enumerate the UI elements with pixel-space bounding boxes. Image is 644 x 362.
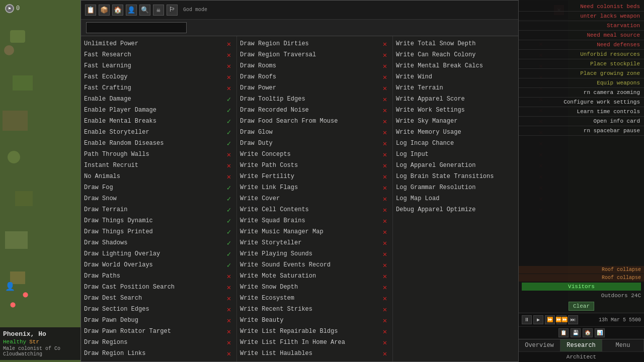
debug-item-toggle[interactable]: ✕ <box>224 272 233 281</box>
debug-item-toggle[interactable]: ✕ <box>380 139 389 148</box>
alert-item[interactable]: Need meal source <box>519 31 644 40</box>
fast-btn[interactable]: ⏩ <box>545 315 555 324</box>
debug-item-row[interactable]: Draw World Overlays✓ <box>81 259 236 270</box>
debug-item-row[interactable]: Draw Pawn Rotator Target✕ <box>81 326 236 337</box>
debug-item-toggle[interactable]: ✕ <box>380 327 389 336</box>
debug-item-row[interactable]: Write Link Flags✕ <box>237 182 392 193</box>
debug-item-row[interactable]: Draw Paths✕ <box>81 270 236 282</box>
visitors-badge[interactable]: Visitors <box>522 283 641 291</box>
debug-item-row[interactable]: Draw Terrain✓ <box>81 204 236 215</box>
debug-item-row[interactable]: Fast Research✕ <box>81 49 236 60</box>
debug-item-row[interactable]: Write List Haulables✕ <box>237 348 392 359</box>
debug-item-row[interactable]: Draw Things Printed✓ <box>81 226 236 237</box>
debug-item-row[interactable]: Fast Crafting✕ <box>81 82 236 94</box>
toolbar-icon-search[interactable]: 🔍 <box>139 5 150 16</box>
alert-item[interactable]: Unforbid resources <box>519 50 644 59</box>
debug-item-toggle[interactable]: ✓ <box>224 117 233 126</box>
roof-indicator-2[interactable]: Roof collapse <box>519 274 644 282</box>
debug-item-row[interactable]: Draw Shadows✓ <box>81 237 236 248</box>
pause-btn[interactable]: ⏸ <box>522 315 532 324</box>
debug-item-row[interactable]: Enable Storyteller✓ <box>81 127 236 138</box>
alert-item[interactable]: rn camera zooming <box>519 88 644 98</box>
debug-item-toggle[interactable]: ✕ <box>224 338 233 347</box>
debug-item-toggle[interactable]: ✕ <box>224 50 233 59</box>
toolbar-icon-box[interactable]: 📦 <box>99 5 110 16</box>
debug-item-toggle[interactable]: ✕ <box>380 316 389 325</box>
debug-item-row[interactable]: Write List Filth In Home Area✕ <box>237 337 392 348</box>
debug-item-toggle[interactable]: ✕ <box>380 227 389 236</box>
alert-item[interactable]: Place stockpile <box>519 59 644 69</box>
debug-item-toggle[interactable]: ✕ <box>380 83 389 93</box>
debug-item-toggle[interactable]: ✕ <box>380 305 389 314</box>
ctrl-btn-2[interactable]: 💾 <box>571 328 581 337</box>
ctrl-btn-4[interactable]: 📊 <box>595 328 605 337</box>
debug-item-toggle[interactable]: ✕ <box>380 194 389 203</box>
debug-item-row[interactable]: Enable Player Damage✓ <box>81 105 236 116</box>
debug-item-toggle[interactable]: ✕ <box>224 305 233 314</box>
debug-item-toggle[interactable]: ✓ <box>224 227 233 236</box>
debug-item-row[interactable]: Write Squad Brains✕ <box>237 215 392 226</box>
debug-item-row[interactable]: Write Mote Saturation✕ <box>237 270 392 282</box>
toolbar-icon-skull[interactable]: ☠ <box>153 5 164 16</box>
debug-item-row[interactable]: Draw Roofs✕ <box>237 71 392 82</box>
debug-item-row[interactable]: Draw Region Dirties✕ <box>237 38 392 49</box>
toolbar-icon-notes[interactable]: 📋 <box>85 5 96 16</box>
debug-item-toggle[interactable]: ✕ <box>380 172 389 181</box>
debug-item-toggle[interactable]: ✓ <box>224 194 233 203</box>
debug-item-toggle[interactable]: ✓ <box>224 95 233 104</box>
debug-item-row[interactable]: Write Cell Contents✕ <box>237 204 392 215</box>
tab-research[interactable]: Research <box>560 339 602 351</box>
play-btn[interactable]: ▶ <box>533 315 543 324</box>
fastest-btn[interactable]: ⏭ <box>568 315 578 324</box>
debug-item-toggle[interactable]: ✕ <box>224 283 233 292</box>
debug-item-row[interactable]: Fast Learning✕ <box>81 60 236 71</box>
debug-item-toggle[interactable]: ✕ <box>380 260 389 269</box>
alert-item[interactable]: Open info card <box>519 117 644 126</box>
debug-item-toggle[interactable]: ✕ <box>224 327 233 336</box>
faster-btn[interactable]: ⏩⏩ <box>556 315 567 324</box>
alert-item[interactable]: Need colonist beds <box>519 2 644 12</box>
debug-item-toggle[interactable]: ✕ <box>380 106 389 115</box>
debug-item-toggle[interactable]: ✕ <box>224 83 233 93</box>
debug-item-row[interactable]: Draw Region Links✕ <box>81 348 236 359</box>
toolbar-icon-people[interactable]: 👤 <box>126 5 137 16</box>
alert-item[interactable]: Configure work settings <box>519 98 644 107</box>
debug-item-row[interactable]: Write Fertility✕ <box>237 171 392 182</box>
debug-item-row[interactable]: Unlimited Power✕ <box>81 38 236 49</box>
debug-item-toggle[interactable]: ✕ <box>224 161 233 170</box>
debug-item-toggle[interactable]: ✕ <box>224 172 233 181</box>
debug-item-toggle[interactable]: ✕ <box>380 50 389 59</box>
debug-item-row[interactable]: Write Ecosystem✕ <box>237 293 392 304</box>
debug-item-row[interactable]: Instant Recruit✕ <box>81 160 236 171</box>
tab-menu[interactable]: Menu <box>602 339 644 351</box>
debug-item-toggle[interactable]: ✕ <box>224 294 233 303</box>
ctrl-btn-1[interactable]: 📋 <box>558 328 569 337</box>
debug-item-row[interactable]: Write List Repairable Bldgs✕ <box>237 326 392 337</box>
debug-item-row[interactable]: Path Through Walls✕ <box>81 149 236 160</box>
debug-item-toggle[interactable]: ✕ <box>380 117 389 126</box>
debug-item-toggle[interactable]: ✕ <box>224 349 233 358</box>
debug-item-row[interactable]: Enable Random Diseases✓ <box>81 138 236 149</box>
debug-item-toggle[interactable]: ✕ <box>380 216 389 225</box>
debug-item-row[interactable]: Draw Region Traversal✕ <box>237 49 392 60</box>
debug-item-toggle[interactable]: ✕ <box>380 72 389 81</box>
debug-item-row[interactable]: Fast Ecology✕ <box>81 71 236 82</box>
debug-item-row[interactable]: Write Sound Events Record✕ <box>237 259 392 270</box>
debug-item-toggle[interactable]: ✕ <box>380 338 389 347</box>
debug-item-toggle[interactable]: ✓ <box>224 238 233 247</box>
debug-item-toggle[interactable]: ✓ <box>224 183 233 192</box>
ctrl-btn-3[interactable]: 🏠 <box>583 328 593 337</box>
debug-item-row[interactable]: Draw Lighting Overlay✓ <box>81 248 236 259</box>
roof-indicator-1[interactable]: Roof collapse <box>519 266 644 274</box>
debug-item-row[interactable]: Draw Cast Position Search✕ <box>81 282 236 293</box>
debug-item-row[interactable]: Draw Regions✕ <box>81 337 236 348</box>
debug-item-row[interactable]: Draw Duty✕ <box>237 138 392 149</box>
alert-item[interactable]: Equip weapons <box>519 78 644 88</box>
debug-item-toggle[interactable]: ✕ <box>380 150 389 159</box>
debug-item-toggle[interactable]: ✕ <box>380 95 389 104</box>
debug-item-row[interactable]: Draw Dest Search✕ <box>81 293 236 304</box>
debug-item-row[interactable]: Write Path Costs✕ <box>237 160 392 171</box>
alert-item[interactable]: Place growing zone <box>519 69 644 78</box>
debug-item-row[interactable]: Draw Snow✓ <box>81 193 236 204</box>
debug-item-row[interactable]: Write Snow Depth✕ <box>237 282 392 293</box>
